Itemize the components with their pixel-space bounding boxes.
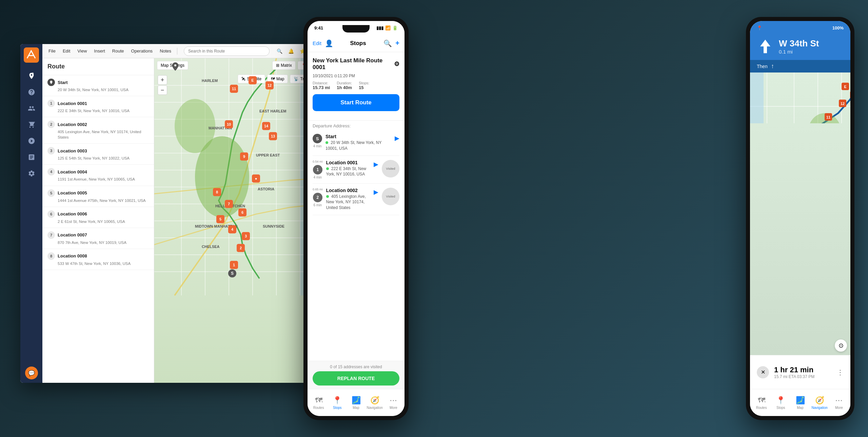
search-header-icon[interactable]: 🔍 xyxy=(383,39,392,47)
tracking-icon: 📡 xyxy=(294,77,299,81)
menu-operations[interactable]: Operations xyxy=(129,47,156,55)
menu-file[interactable]: File xyxy=(46,47,58,55)
nav-map[interactable]: E 12 13 11 14 15 10 9 xyxy=(750,72,850,355)
green-dot-icon xyxy=(326,141,328,144)
phone2-nav-routes[interactable]: 🗺 Routes xyxy=(752,396,771,410)
stop-address: 405 Lexington Ave, New York, NY 10174, U… xyxy=(47,129,149,140)
map-marker-start[interactable]: S xyxy=(228,269,236,277)
phone-1-screen: 9:41 ▮▮▮ 📶 🔋 Edit 👤 Stops 🔍 + xyxy=(308,21,405,416)
menu-notes[interactable]: Notes xyxy=(157,47,174,55)
search-icon[interactable]: 🔍 xyxy=(275,46,284,56)
map-marker-13[interactable]: 13 xyxy=(269,132,277,140)
route-start-item[interactable]: Start 20 W 34th St, New York, NY 10001, … xyxy=(42,75,154,96)
stop-name: Location 0006 xyxy=(58,211,87,216)
list-item[interactable]: 6 Location 0006 2 E 61st St, New York, N… xyxy=(42,207,154,228)
map-marker-e[interactable]: E xyxy=(249,76,257,84)
menu-bar: File Edit View Insert Route Operations N… xyxy=(42,44,322,58)
map-marker-1[interactable]: 1 xyxy=(230,261,238,269)
map-label-upper-east: UPPER EAST xyxy=(256,153,280,157)
nav-map[interactable]: 🗾 Map xyxy=(347,396,365,410)
map-marker-p[interactable]: ● xyxy=(252,174,260,183)
menu-route[interactable]: Route xyxy=(110,47,127,55)
phone2-nav-navigation[interactable]: 🧭 Navigation xyxy=(810,396,829,410)
sidebar-icon-addstop[interactable] xyxy=(25,69,38,82)
recenter-btn[interactable]: ⊙ xyxy=(835,339,847,352)
search-input[interactable] xyxy=(188,49,259,54)
matrix-btn[interactable]: ⊞ Matrix xyxy=(272,61,296,70)
nav-arrow-icon[interactable]: ▶ xyxy=(395,134,399,142)
replan-btn[interactable]: REPLAN ROUTE xyxy=(313,371,399,386)
app-header: Edit 👤 Stops 🔍 + xyxy=(308,35,405,52)
map-marker-14[interactable]: 14 xyxy=(262,122,270,130)
visited-btn-2[interactable]: Visited xyxy=(382,188,399,205)
nav-arrow-icon-2[interactable]: ▶ xyxy=(374,188,378,196)
phone2-nav-stops[interactable]: 📍 Stops xyxy=(771,396,790,410)
sidebar-icon-users[interactable] xyxy=(25,102,38,115)
list-item[interactable]: 1 Location 0001 222 E 34th St, New York,… xyxy=(42,96,154,117)
list-item[interactable]: 5 Location 0005 1444 1st Avenue #75th, N… xyxy=(42,186,154,207)
map-marker-10[interactable]: 10 xyxy=(225,120,233,128)
bell-icon[interactable]: 🔔 xyxy=(286,46,296,56)
sidebar: 💬 xyxy=(20,44,42,383)
nav-close-btn[interactable]: ✕ xyxy=(757,366,769,378)
nav-navigation[interactable]: 🧭 Navigation xyxy=(366,396,384,410)
map-marker-7[interactable]: 7 xyxy=(225,200,233,208)
phone2-nav-map[interactable]: 🗾 Map xyxy=(790,396,810,410)
map-marker-8[interactable]: 8 xyxy=(213,188,221,196)
content-row: Route Start 20 W 34th St, New York, NY 1… xyxy=(42,58,322,383)
phone-notch xyxy=(342,25,370,33)
sidebar-icon-help[interactable] xyxy=(25,86,38,99)
nav-more[interactable]: ⋯ More xyxy=(384,396,403,410)
settings-gear-icon[interactable]: ⚙ xyxy=(394,60,399,68)
stop-line: S 4 min xyxy=(313,134,322,148)
nav-routes[interactable]: 🗺 Routes xyxy=(309,396,328,410)
map-area[interactable]: HARLEM MANHATTAN EAST HARLEM UPPER EAST … xyxy=(154,58,322,383)
sidebar-icon-analytics[interactable] xyxy=(25,151,38,164)
list-item[interactable]: 2 Location 0002 405 Lexington Ave, New Y… xyxy=(42,117,154,144)
list-item[interactable]: 8 Location 0008 533 W 47th St, New York,… xyxy=(42,249,154,270)
sidebar-icon-orders[interactable] xyxy=(25,118,38,131)
visited-btn-1[interactable]: Visited xyxy=(382,160,399,178)
bottom-nav: 🗺 Routes 📍 Stops 🗾 Map 🧭 Navigation xyxy=(308,389,405,416)
map-marker-3[interactable]: 3 xyxy=(242,232,250,240)
list-item[interactable]: 4 Location 0004 1191 1st Avenue, New Yor… xyxy=(42,165,154,186)
stop-name: Location 0007 xyxy=(58,232,87,237)
list-item[interactable]: 3 Location 0003 125 E 54th St, New York,… xyxy=(42,144,154,165)
nav-status-right: 100% xyxy=(832,25,844,30)
map-marker-12[interactable]: 12 xyxy=(265,81,274,89)
header-title: Stops xyxy=(336,40,380,47)
phone-time: 9:41 xyxy=(314,25,323,30)
map-marker-2[interactable]: 2 xyxy=(237,244,245,252)
progress-text: 0 of 15 addresses are visited xyxy=(313,365,399,369)
stop-item-start: S 4 min Start 20 W 34th St, New York, NY… xyxy=(313,130,399,156)
map-marker-5[interactable]: 5 xyxy=(216,215,224,223)
menu-insert[interactable]: Insert xyxy=(91,47,108,55)
sidebar-icon-settings[interactable] xyxy=(25,167,38,180)
zoom-in-btn[interactable]: + xyxy=(158,75,167,85)
list-item[interactable]: 7 Location 0007 870 7th Ave, New York, N… xyxy=(42,228,154,249)
map-marker-4[interactable]: 4 xyxy=(228,225,236,233)
zoom-out-btn[interactable]: − xyxy=(158,85,167,95)
map-marker-6[interactable]: 6 xyxy=(238,208,246,216)
map-background: HARLEM MANHATTAN EAST HARLEM UPPER EAST … xyxy=(154,58,322,383)
more-icon: ⋯ xyxy=(390,396,397,405)
map-marker-11[interactable]: 11 xyxy=(230,85,238,93)
menu-edit[interactable]: Edit xyxy=(60,47,73,55)
nav-status-bar: 📍 100% xyxy=(750,21,850,35)
map-marker-9[interactable]: 9 xyxy=(240,152,248,161)
stop-address-2: 405 Lexington Ave, New York, NY 10174, U… xyxy=(326,194,370,211)
nav-arrow-icon-1[interactable]: ▶ xyxy=(374,160,378,168)
info-distance: Distance: 15.73 mi xyxy=(313,81,330,90)
add-stop-btn[interactable]: + xyxy=(395,39,399,47)
sidebar-icon-team[interactable] xyxy=(25,134,38,147)
sidebar-chat-icon[interactable]: 💬 xyxy=(25,367,38,379)
start-route-btn[interactable]: Start Route xyxy=(313,94,399,111)
map-label-astoria: ASTORIA xyxy=(258,187,274,191)
menu-view[interactable]: View xyxy=(75,47,90,55)
phone2-nav-more[interactable]: ⋯ More xyxy=(829,396,849,410)
nav-more-btn[interactable]: ⋮ xyxy=(837,368,844,376)
stop-address: 2 E 61st St, New York, NY 10065, USA xyxy=(47,219,149,224)
app-logo[interactable] xyxy=(24,47,39,63)
edit-btn[interactable]: Edit xyxy=(313,40,321,46)
nav-stops[interactable]: 📍 Stops xyxy=(328,396,347,410)
